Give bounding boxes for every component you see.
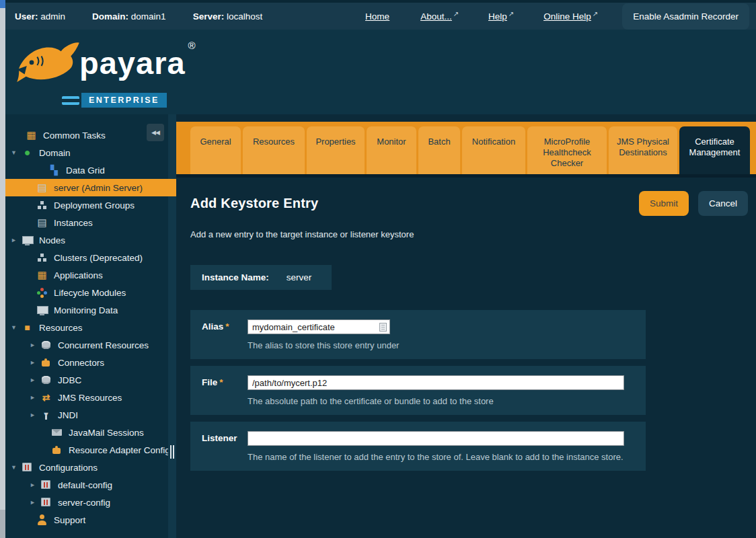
keystore-entry-form: Alias* The alias to store this store ent… (190, 310, 748, 471)
sidebar-item-nodes[interactable]: ► Nodes (5, 231, 168, 249)
tab-label: Properties (315, 137, 355, 174)
alias-input[interactable] (248, 319, 390, 334)
sidebar-item-jdbc[interactable]: ► JDBC (5, 371, 168, 389)
file-input[interactable] (248, 375, 624, 390)
tab-properties[interactable]: Properties (307, 126, 365, 174)
instances-icon (36, 217, 48, 228)
scrollbar-thumb[interactable] (0, 0, 5, 8)
sidebar-item-resources[interactable]: ▼ Resources (5, 319, 168, 336)
listener-input[interactable] (248, 431, 624, 446)
sidebar-item-configurations[interactable]: ▼ Configurations (5, 459, 168, 476)
support-icon (36, 514, 48, 525)
sidebar-item-server-admin-server[interactable]: server (Admin Server) (5, 179, 176, 196)
expander-icon[interactable]: ► (30, 499, 40, 506)
page-scrollbar[interactable] (0, 0, 5, 538)
config-icon (40, 479, 52, 490)
payara-admin-console: User: admin Domain: domain1 Server: loca… (0, 0, 756, 538)
field-label: Alias* (202, 319, 248, 350)
page-body: Add Keystore Entry Submit Cancel Add a n… (176, 174, 756, 538)
server-label: Server: (193, 11, 225, 22)
sidebar-item-server-config[interactable]: ► server-config (5, 494, 168, 511)
tab-general[interactable]: General (190, 126, 241, 174)
sidebar-item-jndi[interactable]: ► JNDI (5, 406, 168, 424)
server-icon (36, 182, 48, 193)
field-label: Listener (202, 431, 248, 462)
logo-band: payara® ENTERPRISE (5, 30, 756, 114)
monitoring-data-icon (36, 305, 48, 315)
online-help-link[interactable]: Online Help↗ (543, 11, 598, 22)
sidebar-item-data-grid[interactable]: Data Grid (5, 161, 168, 179)
domain-value: domain1 (131, 11, 166, 22)
expander-icon[interactable]: ▼ (11, 464, 22, 471)
sidebar-item-clusters[interactable]: Clusters (Deprecated) (5, 249, 168, 266)
tab-batch[interactable]: Batch (418, 126, 460, 174)
about-link[interactable]: About...↗ (420, 11, 459, 22)
payara-fish-logo (13, 32, 83, 97)
top-bar: User: admin Domain: domain1 Server: loca… (5, 0, 756, 30)
console-window: User: admin Domain: domain1 Server: loca… (5, 0, 756, 538)
sidebar-item-monitoring-data[interactable]: Monitoring Data (5, 301, 168, 319)
user-info: User: admin (15, 11, 65, 22)
session-info: User: admin Domain: domain1 Server: loca… (15, 11, 262, 22)
expander-icon[interactable]: ▼ (11, 324, 22, 331)
adapter-icon (51, 445, 63, 455)
tab-jms-physical-destinations[interactable]: JMS Physical Destinations (609, 126, 677, 174)
body-row: ◀◀ Common Tasks ▼ Domain (5, 114, 756, 538)
expander-icon[interactable]: ► (30, 342, 40, 348)
help-link[interactable]: Help↗ (488, 11, 514, 22)
sidebar-item-common-tasks[interactable]: Common Tasks (5, 126, 168, 144)
instance-name-label: Instance Name: (202, 272, 269, 282)
cancel-button[interactable]: Cancel (698, 191, 748, 216)
tab-monitor[interactable]: Monitor (367, 126, 416, 174)
file-field-row: File* The absolute path to the certifica… (190, 366, 646, 415)
sidebar-item-jms-resources[interactable]: ► JMS Resources (5, 389, 168, 406)
sidebar-item-label: Configurations (39, 463, 98, 473)
tab-certificate-management[interactable]: Certificate Management (679, 126, 750, 174)
expander-icon[interactable]: ► (11, 237, 22, 243)
sidebar-item-label: default-config (58, 480, 112, 490)
sidebar-item-resource-adapter-configs[interactable]: Resource Adapter Configs (5, 441, 168, 459)
page-actions: Submit Cancel (639, 191, 748, 216)
expander-icon[interactable]: ► (30, 412, 40, 418)
sidebar-item-support[interactable]: Support (5, 511, 168, 529)
sidebar-item-deployment-groups[interactable]: Deployment Groups (5, 196, 168, 214)
data-grid-icon (48, 165, 60, 176)
tab-resources[interactable]: Resources (243, 126, 305, 174)
field-help-text: The absolute path to the certificate or … (248, 396, 646, 406)
expander-icon[interactable]: ► (30, 377, 40, 383)
tab-label: Notification (472, 137, 515, 174)
sidebar-item-instances[interactable]: Instances (5, 214, 168, 231)
external-link-icon: ↗ (453, 10, 459, 17)
lifecycle-modules-icon (36, 287, 48, 298)
sidebar-item-label: Monitoring Data (54, 305, 118, 315)
instance-name-panel: Instance Name: server (190, 265, 332, 290)
sidebar-item-applications[interactable]: Applications (5, 266, 168, 284)
autofill-icon (379, 323, 387, 332)
sidebar-item-connectors[interactable]: ► Connectors (5, 354, 168, 371)
globe-icon (22, 147, 33, 158)
registered-mark: ® (188, 40, 196, 51)
tab-notification[interactable]: Notification (462, 126, 525, 174)
tab-microprofile-healthcheck-checker[interactable]: MicroProfile Healthcheck Checker (527, 126, 607, 174)
page-title: Add Keystore Entry (190, 196, 318, 211)
sidebar-item-default-config[interactable]: ► default-config (5, 476, 168, 494)
sidebar-item-concurrent-resources[interactable]: ► Concurrent Resources (5, 336, 168, 354)
server-value: localhost (227, 11, 262, 22)
field-help-text: The name of the listener to add the entr… (248, 452, 646, 462)
expander-icon[interactable]: ► (30, 394, 40, 401)
expander-icon[interactable]: ► (30, 482, 40, 488)
sidebar-item-javamail-sessions[interactable]: JavaMail Sessions (5, 424, 168, 441)
expander-icon[interactable]: ► (30, 359, 40, 366)
submit-button[interactable]: Submit (639, 191, 689, 216)
sidebar-resize-handle[interactable] (170, 445, 174, 459)
enable-asadmin-recorder-button[interactable]: Enable Asadmin Recorder (622, 3, 749, 30)
sidebar-item-lifecycle-modules[interactable]: Lifecycle Modules (5, 284, 168, 301)
expander-icon[interactable]: ▼ (11, 149, 22, 156)
sidebar-item-label: Common Tasks (43, 130, 106, 141)
edition-badge: ENTERPRISE (62, 93, 167, 108)
sidebar-item-domain[interactable]: ▼ Domain (5, 144, 168, 161)
home-link[interactable]: Home (365, 11, 391, 22)
tab-label: MicroProfile Healthcheck Checker (530, 137, 604, 174)
user-label: User: (15, 11, 38, 22)
sidebar-item-label: server (Admin Server) (54, 183, 143, 193)
